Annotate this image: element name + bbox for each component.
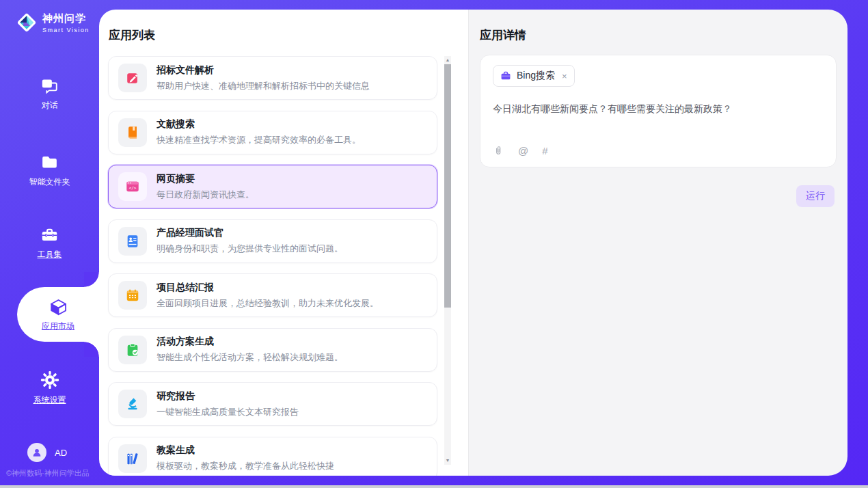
sidebar-item-chat[interactable]: 对话: [0, 75, 99, 111]
app-card-literature-search[interactable]: 文献搜索 快速精准查找学术资源，提高研究效率的必备工具。: [108, 111, 437, 154]
toolbox-icon: [0, 224, 99, 245]
app-card-pm-interviewer[interactable]: 产品经理面试官 明确身份和职责，为您提供专业性的面试问题。: [108, 219, 437, 263]
user-avatar-icon: [31, 446, 43, 459]
app-card-desc: 智能生成个性化活动方案，轻松解决规划难题。: [157, 351, 343, 364]
edit-document-icon: [118, 64, 147, 92]
run-button[interactable]: 运行: [796, 185, 835, 207]
brand-logo: 神州问学 Smart Vision: [15, 11, 90, 34]
avatar: [27, 443, 46, 462]
close-icon[interactable]: ×: [562, 71, 567, 81]
app-card-title: 活动方案生成: [157, 336, 343, 348]
tool-chip-bing-search[interactable]: Bing搜索 ×: [493, 65, 575, 87]
app-card-research-report[interactable]: 研究报告 一键智能生成高质量长文本研究报告: [108, 382, 437, 426]
app-list-title: 应用列表: [109, 27, 155, 43]
app-card-desc: 一键智能生成高质量长文本研究报告: [157, 406, 299, 418]
app-card-event-plan[interactable]: 活动方案生成 智能生成个性化活动方案，轻松解决规划难题。: [108, 328, 437, 372]
calendar-report-icon: [118, 281, 147, 310]
input-toolbar: @ #: [493, 144, 824, 157]
sidebar-item-label: 应用市场: [42, 321, 74, 332]
app-card-bid-parse[interactable]: 招标文件解析 帮助用户快速、准确地理解和解析招标书中的关键信息: [108, 56, 437, 100]
sidebar-item-label: 智能文件夹: [0, 176, 99, 188]
sidebar-item-label: 对话: [0, 100, 99, 111]
sidebar-item-settings[interactable]: 系统设置: [0, 370, 99, 406]
resume-icon: [118, 227, 147, 256]
tool-chip-label: Bing搜索: [517, 70, 555, 82]
diamond-logo-icon: [15, 11, 38, 34]
app-detail-panel: 应用详情 Bing搜索 × 今日湖北有哪些新闻要点？有哪些需要关注的最新政策？: [468, 10, 847, 476]
user-profile[interactable]: AD: [27, 443, 67, 462]
app-card-title: 研究报告: [157, 390, 299, 403]
app-card-desc: 每日政府新闻资讯快查。: [157, 189, 254, 201]
main-content: 应用列表 招标文件解析 帮助用户快速、准确地理解和解析招标书中的关键信息: [99, 10, 847, 476]
sidebar-item-app-market[interactable]: 应用市场: [17, 287, 99, 342]
app-card-web-summary[interactable]: </> 网页摘要 每日政府新闻资讯快查。: [108, 165, 437, 208]
user-name: AD: [55, 448, 67, 458]
prompt-input-card[interactable]: Bing搜索 × 今日湖北有哪些新闻要点？有哪些需要关注的最新政策？ @ #: [480, 55, 837, 167]
brand-name: 神州问学: [42, 12, 90, 25]
sidebar-item-label: 系统设置: [0, 394, 99, 406]
app-card-list: 招标文件解析 帮助用户快速、准确地理解和解析招标书中的关键信息 文献搜索 快速精…: [108, 56, 437, 476]
app-card-title: 产品经理面试官: [157, 227, 343, 239]
window-bottom-edge: [0, 485, 868, 488]
query-text-input[interactable]: 今日湖北有哪些新闻要点？有哪些需要关注的最新政策？: [493, 103, 824, 144]
svg-text:</>: </>: [129, 185, 137, 190]
briefcase-icon: [500, 70, 511, 81]
sidebar-item-label: 工具集: [0, 249, 99, 260]
app-card-title: 招标文件解析: [157, 64, 370, 77]
sidebar: 神州问学 Smart Vision 对话 智能文件夹: [0, 0, 99, 488]
app-card-title: 文献搜索: [157, 118, 361, 131]
app-list-panel: 应用列表 招标文件解析 帮助用户快速、准确地理解和解析招标书中的关键信息: [99, 10, 468, 476]
app-card-project-summary[interactable]: 项目总结汇报 全面回顾项目进展，总结经验教训，助力未来优化发展。: [108, 273, 437, 317]
app-card-desc: 帮助用户快速、准确地理解和解析招标书中的关键信息: [157, 80, 370, 92]
app-card-lesson-plan[interactable]: 教案生成 模板驱动，教案秒成，教学准备从此轻松快捷: [108, 437, 437, 476]
app-card-desc: 明确身份和职责，为您提供专业性的面试问题。: [157, 243, 343, 255]
paperclip-icon[interactable]: [493, 144, 504, 157]
at-mention-icon[interactable]: @: [518, 145, 528, 157]
folder-icon: [0, 152, 99, 172]
app-detail-title: 应用详情: [480, 27, 526, 43]
app-card-title: 项目总结汇报: [157, 282, 379, 294]
scrollbar-up-button[interactable]: ▲: [444, 56, 451, 64]
app-card-desc: 全面回顾项目进展，总结经验教训，助力未来优化发展。: [157, 297, 379, 310]
app-card-title: 教案生成: [157, 444, 334, 457]
hash-tag-icon[interactable]: #: [542, 145, 547, 157]
scrollbar-down-button[interactable]: ▼: [444, 457, 451, 465]
books-icon: [118, 444, 147, 473]
scrollbar-thumb[interactable]: [444, 64, 451, 308]
book-icon: [118, 118, 147, 147]
app-card-title: 网页摘要: [157, 173, 254, 185]
cube-icon: [49, 297, 68, 318]
browser-code-icon: </>: [118, 172, 147, 201]
sidebar-item-toolset[interactable]: 工具集: [0, 224, 99, 260]
sidebar-item-smart-folder[interactable]: 智能文件夹: [0, 152, 99, 188]
app-card-desc: 快速精准查找学术资源，提高研究效率的必备工具。: [157, 134, 361, 146]
chat-icon: [0, 75, 99, 96]
app-card-desc: 模板驱动，教案秒成，教学准备从此轻松快捷: [157, 460, 334, 472]
clipboard-check-icon: [118, 336, 147, 364]
brand-subtitle: Smart Vision: [42, 27, 90, 33]
microscope-icon: [118, 390, 147, 418]
scrollbar[interactable]: ▲ ▼: [444, 56, 451, 465]
gear-icon: [0, 370, 99, 390]
copyright-text: ©神州数码·神州问学出品: [6, 468, 90, 478]
